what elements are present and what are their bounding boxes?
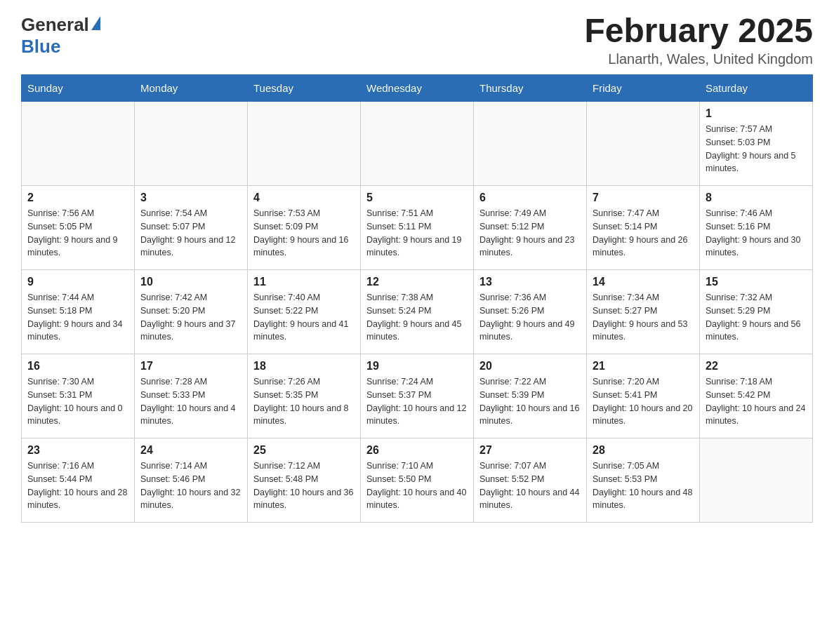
day-number: 18 (253, 360, 355, 373)
day-info: Sunrise: 7:53 AMSunset: 5:09 PMDaylight:… (253, 207, 355, 260)
location-label: Llanarth, Wales, United Kingdom (584, 51, 813, 67)
day-number: 20 (479, 360, 581, 373)
day-number: 10 (140, 276, 241, 288)
header-thursday: Thursday (474, 75, 587, 102)
calendar-day-cell: 18Sunrise: 7:26 AMSunset: 5:35 PMDayligh… (248, 354, 361, 438)
day-number: 22 (706, 360, 807, 373)
header-sunday: Sunday (22, 75, 135, 102)
day-info: Sunrise: 7:10 AMSunset: 5:50 PMDaylight:… (366, 459, 468, 512)
day-info: Sunrise: 7:32 AMSunset: 5:29 PMDaylight:… (706, 291, 807, 344)
calendar-day-cell: 9Sunrise: 7:44 AMSunset: 5:18 PMDaylight… (22, 270, 135, 354)
day-number: 2 (27, 192, 128, 204)
day-info: Sunrise: 7:44 AMSunset: 5:18 PMDaylight:… (27, 291, 128, 344)
day-number: 17 (140, 360, 241, 373)
day-number: 19 (366, 360, 468, 373)
page-header: General Blue February 2025 Llanarth, Wal… (21, 14, 813, 67)
calendar-table: Sunday Monday Tuesday Wednesday Thursday… (21, 74, 813, 523)
day-number: 5 (366, 192, 468, 204)
day-info: Sunrise: 7:51 AMSunset: 5:11 PMDaylight:… (366, 207, 468, 260)
day-number: 28 (593, 444, 694, 457)
day-number: 9 (27, 276, 128, 288)
calendar-day-cell (700, 438, 813, 523)
day-info: Sunrise: 7:12 AMSunset: 5:48 PMDaylight:… (253, 459, 355, 512)
logo: General Blue (21, 14, 100, 58)
calendar-day-cell: 13Sunrise: 7:36 AMSunset: 5:26 PMDayligh… (474, 270, 587, 354)
day-info: Sunrise: 7:16 AMSunset: 5:44 PMDaylight:… (27, 459, 128, 512)
calendar-day-cell: 26Sunrise: 7:10 AMSunset: 5:50 PMDayligh… (361, 438, 474, 523)
calendar-day-cell: 15Sunrise: 7:32 AMSunset: 5:29 PMDayligh… (700, 270, 813, 354)
header-tuesday: Tuesday (248, 75, 361, 102)
calendar-week-row: 1Sunrise: 7:57 AMSunset: 5:03 PMDaylight… (22, 102, 813, 186)
day-info: Sunrise: 7:38 AMSunset: 5:24 PMDaylight:… (366, 291, 468, 344)
day-info: Sunrise: 7:07 AMSunset: 5:52 PMDaylight:… (479, 459, 581, 512)
day-info: Sunrise: 7:28 AMSunset: 5:33 PMDaylight:… (140, 375, 241, 428)
calendar-day-cell: 11Sunrise: 7:40 AMSunset: 5:22 PMDayligh… (248, 270, 361, 354)
calendar-day-cell: 19Sunrise: 7:24 AMSunset: 5:37 PMDayligh… (361, 354, 474, 438)
calendar-day-cell: 6Sunrise: 7:49 AMSunset: 5:12 PMDaylight… (474, 186, 587, 270)
calendar-day-cell: 12Sunrise: 7:38 AMSunset: 5:24 PMDayligh… (361, 270, 474, 354)
day-number: 27 (479, 444, 581, 457)
calendar-day-cell: 24Sunrise: 7:14 AMSunset: 5:46 PMDayligh… (135, 438, 248, 523)
day-info: Sunrise: 7:56 AMSunset: 5:05 PMDaylight:… (27, 207, 128, 260)
calendar-day-cell: 22Sunrise: 7:18 AMSunset: 5:42 PMDayligh… (700, 354, 813, 438)
calendar-day-cell: 23Sunrise: 7:16 AMSunset: 5:44 PMDayligh… (22, 438, 135, 523)
day-number: 13 (479, 276, 581, 288)
day-number: 11 (253, 276, 355, 288)
month-title: February 2025 (584, 14, 813, 48)
calendar-day-cell: 7Sunrise: 7:47 AMSunset: 5:14 PMDaylight… (587, 186, 700, 270)
calendar-day-cell: 10Sunrise: 7:42 AMSunset: 5:20 PMDayligh… (135, 270, 248, 354)
calendar-day-cell: 16Sunrise: 7:30 AMSunset: 5:31 PMDayligh… (22, 354, 135, 438)
day-info: Sunrise: 7:22 AMSunset: 5:39 PMDaylight:… (479, 375, 581, 428)
day-info: Sunrise: 7:42 AMSunset: 5:20 PMDaylight:… (140, 291, 241, 344)
calendar-day-cell: 28Sunrise: 7:05 AMSunset: 5:53 PMDayligh… (587, 438, 700, 523)
calendar-header-row: Sunday Monday Tuesday Wednesday Thursday… (22, 75, 813, 102)
calendar-day-cell (22, 102, 135, 186)
day-info: Sunrise: 7:40 AMSunset: 5:22 PMDaylight:… (253, 291, 355, 344)
calendar-day-cell: 21Sunrise: 7:20 AMSunset: 5:41 PMDayligh… (587, 354, 700, 438)
day-info: Sunrise: 7:57 AMSunset: 5:03 PMDaylight:… (706, 123, 807, 175)
calendar-day-cell (135, 102, 248, 186)
day-number: 6 (479, 192, 581, 204)
day-info: Sunrise: 7:47 AMSunset: 5:14 PMDaylight:… (593, 207, 694, 260)
calendar-day-cell: 3Sunrise: 7:54 AMSunset: 5:07 PMDaylight… (135, 186, 248, 270)
day-info: Sunrise: 7:20 AMSunset: 5:41 PMDaylight:… (593, 375, 694, 428)
calendar-day-cell: 4Sunrise: 7:53 AMSunset: 5:09 PMDaylight… (248, 186, 361, 270)
header-saturday: Saturday (700, 75, 813, 102)
day-number: 23 (27, 444, 128, 457)
day-number: 3 (140, 192, 241, 204)
calendar-week-row: 9Sunrise: 7:44 AMSunset: 5:18 PMDaylight… (22, 270, 813, 354)
day-info: Sunrise: 7:05 AMSunset: 5:53 PMDaylight:… (593, 459, 694, 512)
calendar-day-cell (361, 102, 474, 186)
day-number: 7 (593, 192, 694, 204)
day-number: 21 (593, 360, 694, 373)
header-wednesday: Wednesday (361, 75, 474, 102)
logo-general-text: General (21, 14, 89, 36)
day-number: 4 (253, 192, 355, 204)
day-number: 15 (706, 276, 807, 288)
header-friday: Friday (587, 75, 700, 102)
header-monday: Monday (135, 75, 248, 102)
calendar-day-cell: 5Sunrise: 7:51 AMSunset: 5:11 PMDaylight… (361, 186, 474, 270)
calendar-day-cell: 25Sunrise: 7:12 AMSunset: 5:48 PMDayligh… (248, 438, 361, 523)
calendar-day-cell: 20Sunrise: 7:22 AMSunset: 5:39 PMDayligh… (474, 354, 587, 438)
day-number: 16 (27, 360, 128, 373)
title-section: February 2025 Llanarth, Wales, United Ki… (584, 14, 813, 67)
calendar-day-cell: 8Sunrise: 7:46 AMSunset: 5:16 PMDaylight… (700, 186, 813, 270)
day-info: Sunrise: 7:36 AMSunset: 5:26 PMDaylight:… (479, 291, 581, 344)
day-number: 24 (140, 444, 241, 457)
calendar-day-cell: 2Sunrise: 7:56 AMSunset: 5:05 PMDaylight… (22, 186, 135, 270)
calendar-day-cell (587, 102, 700, 186)
day-number: 1 (706, 107, 807, 120)
logo-blue-text: Blue (21, 36, 60, 58)
day-number: 8 (706, 192, 807, 204)
calendar-week-row: 16Sunrise: 7:30 AMSunset: 5:31 PMDayligh… (22, 354, 813, 438)
day-number: 25 (253, 444, 355, 457)
day-number: 26 (366, 444, 468, 457)
calendar-day-cell: 27Sunrise: 7:07 AMSunset: 5:52 PMDayligh… (474, 438, 587, 523)
calendar-day-cell (474, 102, 587, 186)
day-info: Sunrise: 7:24 AMSunset: 5:37 PMDaylight:… (366, 375, 468, 428)
day-info: Sunrise: 7:14 AMSunset: 5:46 PMDaylight:… (140, 459, 241, 512)
calendar-week-row: 2Sunrise: 7:56 AMSunset: 5:05 PMDaylight… (22, 186, 813, 270)
day-info: Sunrise: 7:34 AMSunset: 5:27 PMDaylight:… (593, 291, 694, 344)
calendar-week-row: 23Sunrise: 7:16 AMSunset: 5:44 PMDayligh… (22, 438, 813, 523)
